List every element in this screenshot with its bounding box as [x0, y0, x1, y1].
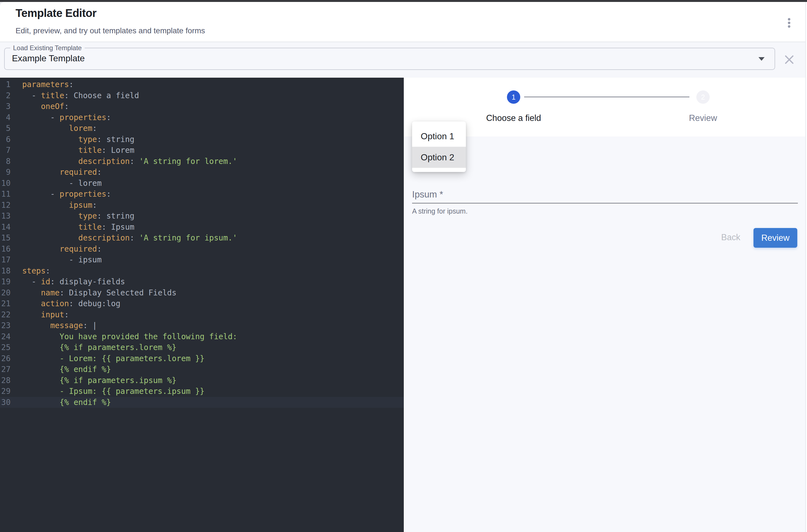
- code-line[interactable]: 25 {% if parameters.lorem %}: [0, 342, 404, 353]
- code-line[interactable]: 7 title: Lorem: [0, 145, 404, 156]
- code-line[interactable]: 19 - id: display-fields: [0, 276, 404, 287]
- code-text: oneOf:: [22, 101, 69, 112]
- code-line[interactable]: 30 {% endif %}: [0, 397, 404, 408]
- ipsum-field-underline: [412, 203, 798, 204]
- window-top-edge: [0, 0, 807, 2]
- back-button[interactable]: Back: [711, 228, 750, 247]
- code-text: {% if parameters.lorem %}: [22, 342, 176, 353]
- code-text: steps:: [22, 265, 50, 277]
- code-line[interactable]: 12 ipsum:: [0, 200, 404, 211]
- code-text: - id: display-fields: [22, 276, 125, 287]
- code-line[interactable]: 5 lorem:: [0, 123, 404, 134]
- code-text: - lorem: [22, 178, 102, 189]
- code-text: - properties:: [22, 189, 111, 200]
- code-line[interactable]: 28 {% if parameters.ipsum %}: [0, 375, 404, 386]
- menu-option[interactable]: Option 1: [412, 126, 466, 147]
- ipsum-helper-text: A string for ipsum.: [412, 207, 467, 215]
- load-template-section: Load Existing Template Example Template: [0, 42, 807, 78]
- review-button[interactable]: Review: [753, 228, 797, 248]
- more-options-button[interactable]: [782, 14, 796, 31]
- code-text: {% if parameters.ipsum %}: [22, 375, 176, 386]
- template-editor-page: Template Editor Edit, preview, and try o…: [0, 0, 807, 532]
- code-line[interactable]: 20 name: Display Selected Fields: [0, 287, 404, 299]
- code-line[interactable]: 15 description: 'A string for ipsum.': [0, 232, 404, 244]
- kebab-dot-icon: [788, 18, 790, 20]
- line-number: 7: [0, 145, 11, 156]
- line-number: 12: [0, 200, 11, 211]
- code-line[interactable]: 8 description: 'A string for lorem.': [0, 156, 404, 167]
- code-line[interactable]: 24 You have provided the following field…: [0, 331, 404, 342]
- kebab-dot-icon: [788, 22, 790, 24]
- stepper-connector: [524, 96, 689, 97]
- code-line[interactable]: 16 required:: [0, 244, 404, 254]
- code-text: message: |: [22, 320, 97, 331]
- line-number: 9: [0, 167, 11, 178]
- line-number: 29: [0, 386, 11, 397]
- code-line[interactable]: 9 required:: [0, 167, 404, 178]
- line-number: 26: [0, 353, 11, 364]
- code-text: description: 'A string for lorem.': [22, 156, 237, 167]
- line-number: 14: [0, 222, 11, 233]
- line-number: 15: [0, 232, 11, 244]
- code-line[interactable]: 17 - ipsum: [0, 254, 404, 265]
- page-subtitle: Edit, preview, and try out templates and…: [16, 26, 205, 35]
- page-header: Template Editor Edit, preview, and try o…: [0, 2, 807, 42]
- menu-option[interactable]: Option 2: [412, 147, 466, 168]
- code-line[interactable]: 14 title: Ipsum: [0, 222, 404, 233]
- line-number: 19: [0, 276, 11, 287]
- code-text: input:: [22, 309, 69, 320]
- code-text: required:: [22, 244, 102, 254]
- line-number: 18: [0, 265, 11, 277]
- code-text: {% endif %}: [22, 397, 111, 408]
- code-lines: 1parameters:2 - title: Choose a field3 o…: [0, 78, 404, 408]
- line-number: 1: [0, 79, 11, 90]
- clear-template-button[interactable]: [783, 54, 795, 66]
- code-line[interactable]: 26 - Lorem: {{ parameters.lorem }}: [0, 353, 404, 364]
- code-text: {% endif %}: [22, 364, 111, 375]
- code-line[interactable]: 1parameters:: [0, 79, 404, 90]
- code-line[interactable]: 13 type: string: [0, 210, 404, 222]
- yaml-code-editor[interactable]: 1parameters:2 - title: Choose a field3 o…: [0, 78, 404, 532]
- line-number: 27: [0, 364, 11, 375]
- line-number: 20: [0, 287, 11, 299]
- code-text: lorem:: [22, 123, 97, 134]
- code-text: type: string: [22, 134, 134, 145]
- line-number: 13: [0, 210, 11, 222]
- code-text: - title: Choose a field: [22, 90, 139, 101]
- line-number: 10: [0, 178, 11, 189]
- code-line[interactable]: 3 oneOf:: [0, 101, 404, 112]
- code-text: description: 'A string for ipsum.': [22, 232, 237, 244]
- code-line[interactable]: 2 - title: Choose a field: [0, 90, 404, 101]
- line-number: 8: [0, 156, 11, 167]
- code-text: - Lorem: {{ parameters.lorem }}: [22, 353, 205, 364]
- code-text: - properties:: [22, 112, 111, 123]
- ipsum-input[interactable]: [412, 188, 799, 203]
- code-line[interactable]: 29 - Ipsum: {{ parameters.ipsum }}: [0, 386, 404, 397]
- line-number: 23: [0, 320, 11, 331]
- line-number: 25: [0, 342, 11, 353]
- code-line[interactable]: 23 message: |: [0, 320, 404, 331]
- load-template-select[interactable]: Load Existing Template Example Template: [4, 48, 775, 70]
- line-number: 21: [0, 298, 11, 309]
- code-line[interactable]: 4 - properties:: [0, 112, 404, 123]
- code-line[interactable]: 18steps:: [0, 265, 404, 277]
- code-text: - ipsum: [22, 254, 102, 265]
- code-text: title: Ipsum: [22, 222, 134, 233]
- code-line[interactable]: 6 type: string: [0, 134, 404, 145]
- code-text: parameters:: [22, 79, 74, 90]
- code-line[interactable]: 27 {% endif %}: [0, 364, 404, 375]
- code-text: ipsum:: [22, 200, 97, 211]
- code-line[interactable]: 21 action: debug:log: [0, 298, 404, 309]
- code-line[interactable]: 11 - properties:: [0, 189, 404, 200]
- line-number: 3: [0, 101, 11, 112]
- code-text: - Ipsum: {{ parameters.ipsum }}: [22, 386, 205, 397]
- step-1-label: Choose a field: [458, 113, 569, 123]
- code-line[interactable]: 10 - lorem: [0, 178, 404, 189]
- right-border: [805, 2, 806, 532]
- right-margin: [806, 2, 807, 532]
- line-number: 30: [0, 397, 11, 408]
- line-number: 28: [0, 375, 11, 386]
- code-line[interactable]: 22 input:: [0, 309, 404, 320]
- dropdown-arrow-icon: [758, 57, 765, 61]
- page-title: Template Editor: [16, 7, 96, 19]
